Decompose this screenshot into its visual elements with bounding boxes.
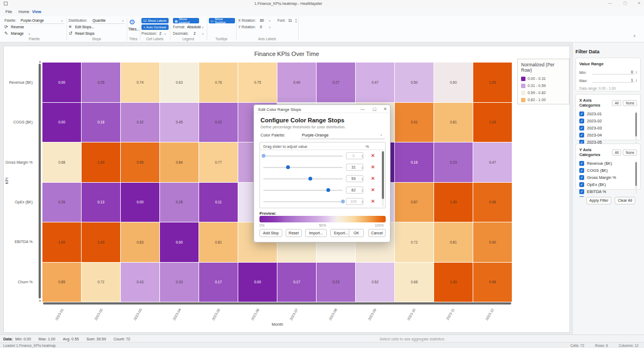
heatmap-cell[interactable]: 0.63 (160, 63, 199, 102)
heatmap-cell[interactable]: 0.84 (160, 142, 199, 182)
reset-button[interactable]: Reset (286, 229, 302, 237)
dialog-close-icon[interactable]: ✕ (383, 107, 387, 111)
heatmap-cell[interactable]: 0.00 (160, 222, 199, 262)
heatmap-cell[interactable]: 0.81 (434, 103, 473, 142)
stop-value-input[interactable]: 59▴▾ (346, 175, 363, 182)
heatmap-cell[interactable]: 0.17 (277, 263, 316, 302)
heatmap-cell[interactable]: 0.45 (160, 103, 199, 142)
heatmap-cell[interactable]: 0.74 (121, 63, 159, 102)
checkbox-checked[interactable]: ✓ (579, 168, 584, 173)
chevron-down-icon[interactable]: ∨ (61, 19, 63, 22)
heatmap-cell[interactable]: 0.18 (82, 103, 120, 142)
x-all-button[interactable]: All (612, 100, 621, 106)
stop-value-spinner[interactable]: ▴▾ (362, 166, 363, 169)
precision-dropdown[interactable]: 2 (159, 32, 162, 35)
ok-button[interactable]: OK (349, 229, 364, 237)
chevron-down-icon[interactable]: ∨ (28, 32, 30, 35)
tab-file[interactable]: File (5, 9, 12, 14)
color-palette-dropdown[interactable]: Purple-Orange (302, 133, 329, 138)
checkbox-checked[interactable]: ✓ (579, 126, 584, 130)
checkbox-checked[interactable]: ✓ (579, 189, 584, 194)
heatmap-cell[interactable]: 0.11 (199, 183, 238, 222)
add-stop-button[interactable]: Add Stop (259, 229, 282, 237)
heatmap-cell[interactable]: 0.22 (199, 103, 238, 142)
heatmap-cell[interactable]: 1.00 (434, 183, 473, 222)
min-spinner[interactable]: ▴▾ (636, 71, 637, 74)
chevron-down-icon[interactable]: ∨ (164, 32, 166, 35)
heatmap-cell[interactable]: 0.13 (82, 183, 120, 222)
heatmap-cell[interactable]: 0.40 (277, 63, 316, 102)
stop-value-spinner[interactable]: ▴▾ (362, 189, 363, 192)
reverse-button[interactable]: Reverse (11, 25, 24, 29)
stop-value-input[interactable]: 31▴▾ (346, 164, 363, 171)
chevron-down-icon[interactable]: ∨ (380, 133, 382, 136)
stop-value-input[interactable]: 82▴▾ (346, 187, 363, 194)
dialog-minimize-icon[interactable]: — (361, 107, 365, 111)
heatmap-cell[interactable]: 0.75 (238, 63, 277, 102)
max-input[interactable]: 1 (592, 78, 635, 83)
heatmap-cell[interactable]: 0.43 (121, 263, 159, 302)
show-legend-toggle[interactable]: ▦Show Legend (173, 18, 199, 23)
slider-handle[interactable] (308, 177, 312, 181)
heatmap-cell[interactable]: 0.50 (395, 63, 434, 102)
stop-value-spinner[interactable]: ▴▾ (362, 200, 363, 203)
minimize-icon[interactable]: — (608, 1, 612, 5)
checkbox-checked[interactable]: ✓ (579, 175, 584, 180)
heatmap-cell[interactable]: 0.85 (42, 263, 81, 302)
heatmap-cell[interactable]: 0.72 (82, 263, 120, 302)
heatmap-cell[interactable]: 0.47 (473, 142, 512, 182)
close-icon[interactable]: ✕ (637, 1, 641, 5)
checkbox-partial[interactable]: ✓ (579, 196, 584, 197)
titles-button[interactable]: Titles... (127, 27, 141, 31)
clear-all-button[interactable]: Clear All (615, 197, 635, 204)
show-labels-toggle[interactable]: 12Show Labels (141, 18, 169, 23)
min-input[interactable]: 0 (592, 70, 635, 74)
delete-stop-icon[interactable]: ✕ (371, 198, 375, 204)
heatmap-cell[interactable]: 0.81 (199, 222, 238, 262)
heatmap-cell[interactable]: 0.47 (356, 63, 394, 102)
max-spinner[interactable]: ▴▾ (636, 79, 637, 82)
cancel-button[interactable]: Cancel (368, 229, 386, 237)
y-all-button[interactable]: All (612, 150, 621, 156)
checkbox-checked[interactable]: ✓ (579, 161, 584, 166)
reset-stops-button[interactable]: Reset Stops (75, 32, 94, 35)
scroll-down-icon[interactable]: ▼ (39, 299, 41, 302)
slider-track[interactable] (263, 201, 343, 202)
heatmap-cell[interactable]: 0.26 (42, 183, 81, 222)
checkbox-checked[interactable]: ✓ (579, 111, 584, 116)
collapse-ribbon-icon[interactable]: ∧ (633, 34, 636, 38)
distribution-dropdown[interactable]: Quantile (92, 18, 106, 22)
checkbox-checked[interactable]: ✓ (579, 182, 584, 187)
spinner-down-icon[interactable]: ▾ (295, 20, 297, 23)
heatmap-cell[interactable]: 0.76 (199, 63, 238, 102)
heatmap-cell[interactable]: 0.00 (42, 63, 81, 102)
slider-handle[interactable] (326, 188, 330, 192)
scroll-up-icon[interactable]: ▲ (39, 60, 41, 63)
manage-button[interactable]: Manage (11, 32, 24, 35)
format-dropdown[interactable]: Absolute (187, 25, 201, 29)
delete-stop-icon[interactable]: ✕ (371, 187, 375, 192)
tab-home[interactable]: Home (18, 9, 29, 14)
stop-value-input[interactable]: 0▴▾ (346, 152, 363, 159)
heatmap-cell[interactable]: 0.23 (317, 263, 355, 302)
heatmap-cell[interactable]: 1.00 (434, 263, 473, 302)
heatmap-cell[interactable]: 0.17 (199, 263, 238, 302)
heatmap-cell[interactable]: 1.00 (473, 103, 512, 142)
stops-scrollbar[interactable] (382, 151, 384, 207)
palette-dropdown[interactable]: Purple-Orange (21, 18, 44, 22)
heatmap-cell[interactable]: 0.83 (121, 222, 159, 262)
x-none-button[interactable]: None (623, 100, 637, 106)
heatmap-cell[interactable]: 0.27 (317, 63, 355, 102)
slider-handle[interactable] (341, 200, 345, 203)
list-scrollbar[interactable] (635, 161, 637, 194)
y-none-button[interactable]: None (623, 150, 637, 156)
heatmap-cell[interactable]: 0.28 (160, 183, 199, 222)
heatmap-cell[interactable]: 0.68 (42, 142, 81, 182)
list-scrollbar[interactable] (635, 111, 637, 144)
checkbox-checked[interactable]: ✓ (579, 119, 584, 123)
slider-track[interactable] (263, 156, 343, 157)
heatmap-cell[interactable]: 1.00 (82, 142, 120, 182)
heatmap-cell[interactable]: 0.23 (434, 142, 473, 182)
heatmap-cell[interactable]: 0.00 (238, 263, 277, 302)
heatmap-cell[interactable]: 0.95 (121, 142, 159, 182)
